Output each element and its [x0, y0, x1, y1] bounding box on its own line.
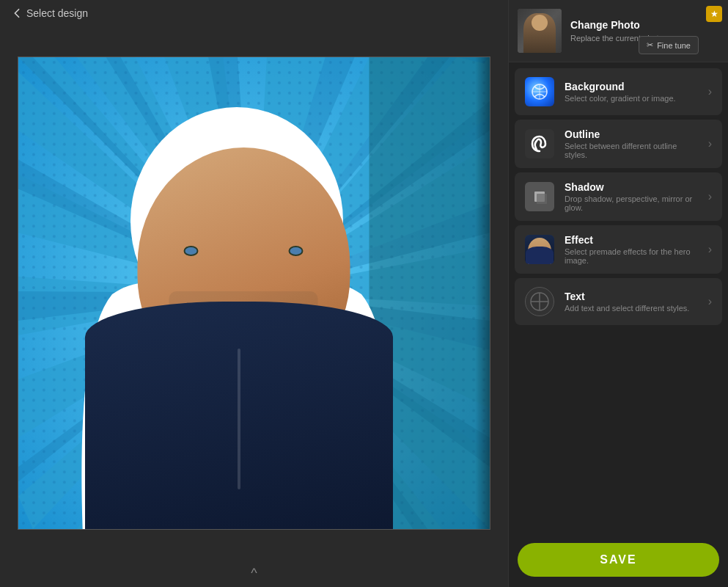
- background-arrow: ›: [708, 85, 712, 98]
- shadow-text: Shadow Drop shadow, perspective, mirror …: [565, 181, 698, 212]
- shadow-icon-container: [525, 182, 554, 211]
- background-text: Background Select color, gradient or ima…: [565, 81, 698, 103]
- effect-label: Effect: [565, 234, 698, 246]
- menu-items-container: Background Select color, gradient or ima…: [509, 62, 728, 533]
- photo-thumb-image: [518, 9, 562, 53]
- canvas-area: [0, 26, 508, 560]
- photo-section[interactable]: Change Photo Replace the current photo ✂…: [509, 0, 728, 62]
- text-label: Text: [565, 291, 698, 302]
- left-eye: [184, 246, 199, 256]
- effect-desc: Select premade effects for the hero imag…: [565, 247, 698, 265]
- effect-arrow: ›: [708, 243, 712, 256]
- chevron-up-icon: ^: [251, 566, 257, 580]
- menu-item-effect[interactable]: Effect Select premade effects for the he…: [515, 225, 722, 274]
- outline-text: Outline Select between different outline…: [565, 128, 698, 159]
- fine-tune-button[interactable]: ✂ Fine tune: [639, 36, 699, 54]
- menu-item-outline[interactable]: Outline Select between different outline…: [515, 120, 722, 168]
- star-badge: ★: [706, 6, 722, 22]
- top-bar: Select design: [0, 0, 508, 26]
- text-arrow: ›: [708, 295, 712, 308]
- star-icon: ★: [710, 9, 718, 19]
- jacket-zip: [238, 349, 240, 489]
- background-label: Background: [565, 81, 698, 92]
- effect-icon-container: [525, 235, 554, 264]
- back-button[interactable]: Select design: [12, 7, 88, 19]
- save-button[interactable]: SAVE: [518, 543, 719, 577]
- comic-background: [18, 57, 490, 529]
- right-eye: [288, 246, 303, 256]
- fine-tune-label: Fine tune: [657, 41, 691, 50]
- outline-desc: Select between different outline styles.: [565, 142, 698, 159]
- background-desc: Select color, gradient or image.: [565, 94, 698, 103]
- scissors-icon: ✂: [647, 40, 653, 50]
- outline-label: Outline: [565, 128, 698, 140]
- canvas-container[interactable]: [18, 56, 490, 530]
- menu-item-text[interactable]: Text Add text and select different style…: [515, 278, 722, 325]
- text-desc: Add text and select different styles.: [565, 304, 698, 313]
- photo-thumbnail: [518, 9, 562, 53]
- right-panel: Change Photo Replace the current photo ✂…: [508, 0, 728, 587]
- left-panel: Select design: [0, 0, 508, 587]
- shadow-label: Shadow: [565, 181, 698, 193]
- menu-item-background[interactable]: Background Select color, gradient or ima…: [515, 68, 722, 115]
- text-icon-container: [525, 287, 554, 316]
- outline-arrow: ›: [708, 137, 712, 150]
- canvas-shadow-right: [475, 57, 490, 529]
- save-section: SAVE: [509, 533, 728, 587]
- outline-icon-container: [525, 129, 554, 158]
- background-icon: [525, 77, 554, 106]
- bottom-chevron-area[interactable]: ^: [0, 560, 508, 587]
- shadow-arrow: ›: [708, 190, 712, 203]
- effect-text: Effect Select premade effects for the he…: [565, 234, 698, 265]
- person-body: [85, 302, 393, 529]
- back-label: Select design: [26, 7, 88, 19]
- person-container: [18, 57, 490, 529]
- menu-item-shadow[interactable]: Shadow Drop shadow, perspective, mirror …: [515, 172, 722, 221]
- text-text: Text Add text and select different style…: [565, 291, 698, 313]
- svg-rect-45: [537, 194, 547, 204]
- shadow-desc: Drop shadow, perspective, mirror or glow…: [565, 194, 698, 212]
- change-photo-title: Change Photo: [570, 19, 719, 31]
